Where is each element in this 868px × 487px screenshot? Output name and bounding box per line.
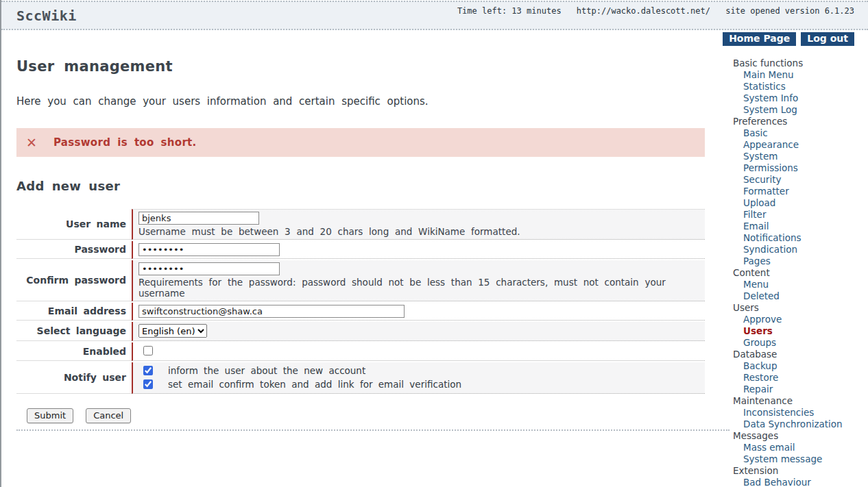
sidebar-item-system-message[interactable]: System message [733,453,867,465]
sidebar-item-notifications[interactable]: Notifications [733,232,867,244]
form-actions: Submit Cancel [16,408,705,423]
language-select[interactable]: English (en) [138,324,207,338]
site-title: SccWiki [16,8,77,24]
email-field[interactable] [138,305,405,318]
notify-option-1: inform the user about the new account [138,364,699,377]
sidebar-item-formatter[interactable]: Formatter [733,186,867,197]
sidebar-item-system-info[interactable]: System Info [733,92,867,104]
language-cell: English (en) [132,322,705,341]
logout-button[interactable]: Log out [801,32,854,46]
enabled-checkbox[interactable] [143,346,153,355]
password-label: Password [16,241,132,259]
sidebar-item-repair[interactable]: Repair [733,384,867,395]
sidebar-item-pages[interactable]: Pages [733,255,867,267]
sidebar-item-main-menu[interactable]: Main Menu [733,69,867,81]
notify-options: inform the user about the new accountset… [132,362,705,394]
form-row-enabled: Enabled [16,342,705,361]
sidebar-item-basic[interactable]: Basic [733,127,867,139]
language-label: Select language [16,322,132,341]
sidebar-group-preferences: Preferences [733,116,867,127]
username-label: User name [16,209,132,240]
sidebar-item-approve[interactable]: Approve [733,314,867,325]
form-row-password: Password [16,241,705,259]
notify-checkbox-1[interactable] [143,366,153,375]
sidebar-item-mass-email[interactable]: Mass email [733,442,867,453]
error-banner: ✕ Password is too short. [16,128,705,157]
bottom-divider [16,429,730,431]
notify-checkbox-2[interactable] [143,379,153,389]
confirm-password-label: Confirm password [16,260,132,301]
sidebar-item-inconsistencies[interactable]: Inconsistencies [733,407,867,419]
form-row-username: User name Username must be between 3 and… [16,209,705,240]
email-label: Email address [16,303,132,321]
username-cell: Username must be between 3 and 20 chars … [132,209,705,240]
sidebar-group-messages: Messages [733,430,867,442]
sidebar-item-restore[interactable]: Restore [733,372,867,384]
password-cell [132,241,705,259]
sidebar-item-statistics[interactable]: Statistics [733,81,867,92]
error-message: Password is too short. [53,136,197,149]
add-user-form: User name Username must be between 3 and… [16,209,705,394]
sidebar-item-permissions[interactable]: Permissions [733,162,867,174]
status-version: site opened version 6.1.23 [725,6,854,16]
form-row-email: Email address [16,303,705,321]
sidebar-item-deleted[interactable]: Deleted [733,290,867,302]
email-cell [132,303,705,321]
status-time-left: Time left: 13 minutes [457,6,562,16]
status-bar: Time left: 13 minutes http://wacko.dales… [457,6,854,16]
submit-button[interactable]: Submit [27,408,73,423]
notify-option-2: set email confirm token and add link for… [138,377,699,391]
page-title: User management [16,58,705,75]
header-bar: SccWiki Time left: 13 minutes http://wac… [1,1,868,30]
sidebar-item-users[interactable]: Users [733,325,867,337]
sidebar-item-backup[interactable]: Backup [733,360,867,372]
section-title: Add new user [16,179,705,193]
main-content: User management Here you can change your… [16,58,705,431]
sidebar-item-menu[interactable]: Menu [733,279,867,290]
notify-option-label: inform the user about the new account [168,364,365,377]
enabled-cell [132,342,705,361]
confirm-password-cell: Requirements for the password: password … [132,260,705,301]
username-hint: Username must be between 3 and 20 chars … [138,226,699,237]
password-field[interactable] [138,243,280,256]
sidebar-item-filter[interactable]: Filter [733,209,867,221]
sidebar-item-system[interactable]: System [733,151,867,162]
notify-option-label: set email confirm token and add link for… [168,377,461,391]
admin-sidebar: Basic functionsMain MenuStatisticsSystem… [733,58,867,487]
sidebar-group-basic-functions: Basic functions [733,58,867,69]
sidebar-group-users: Users [733,302,867,314]
notify-label: Notify user [16,362,132,394]
sidebar-item-appearance[interactable]: Appearance [733,139,867,151]
username-field[interactable] [138,212,259,225]
top-nav: Home Page Log out [1,30,868,46]
sidebar-group-database: Database [733,349,867,360]
sidebar-item-bad-behaviour[interactable]: Bad Behaviour [733,477,867,487]
sidebar-group-extension: Extension [733,465,867,477]
intro-text: Here you can change your users informati… [16,95,705,108]
home-page-button[interactable]: Home Page [723,32,796,46]
sidebar-item-security[interactable]: Security [733,174,867,186]
sidebar-group-content: Content [733,267,867,279]
cancel-button[interactable]: Cancel [86,408,131,423]
form-row-language: Select language English (en) [16,322,705,341]
sidebar-item-syndication[interactable]: Syndication [733,244,867,255]
sidebar-item-system-log[interactable]: System Log [733,104,867,116]
form-row-notify: Notify user inform the user about the ne… [16,362,705,394]
enabled-label: Enabled [16,342,132,361]
status-site-url: http://wacko.dalescott.net/ [577,6,710,16]
password-requirements-hint: Requirements for the password: password … [138,277,699,299]
sidebar-item-groups[interactable]: Groups [733,337,867,349]
error-x-icon: ✕ [26,135,37,150]
sidebar-group-maintenance: Maintenance [733,395,867,407]
sidebar-item-upload[interactable]: Upload [733,197,867,209]
sidebar-item-email[interactable]: Email [733,221,867,232]
form-row-confirm-password: Confirm password Requirements for the pa… [16,260,705,301]
sidebar-item-data-synchronization[interactable]: Data Synchronization [733,419,867,430]
confirm-password-field[interactable] [138,262,280,275]
